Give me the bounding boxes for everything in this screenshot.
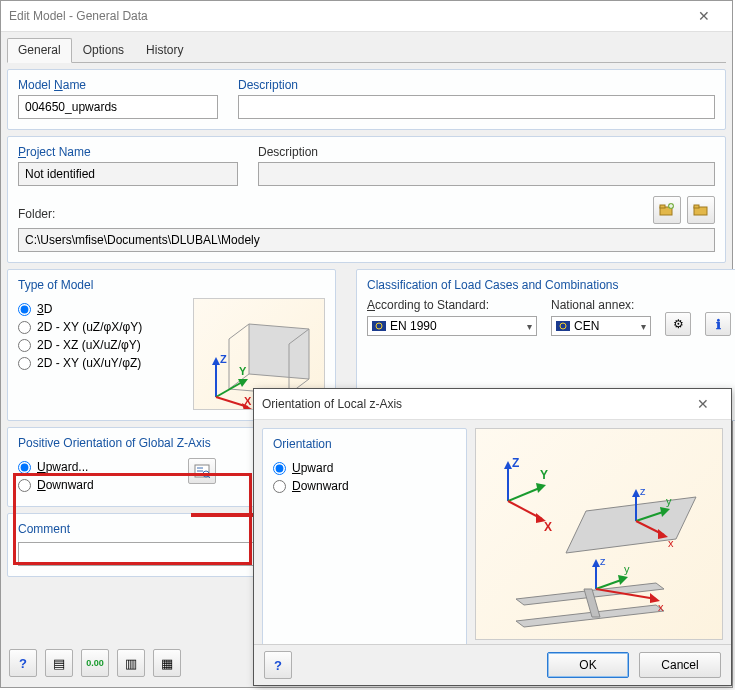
new-folder-button[interactable] [653,196,681,224]
popup-group-orientation: Orientation Upward Downward [262,428,467,658]
info-icon: ℹ [716,317,721,332]
units-button[interactable]: 0.00 [81,649,109,677]
radio-downward-input[interactable] [18,479,31,492]
chevron-down-icon: ▾ [641,321,646,332]
radio-2d-xy-ux-input[interactable] [18,357,31,370]
titlebar: Edit Model - General Data ✕ [1,1,732,32]
popup-title: Orientation of Local z-Axis [262,389,402,419]
browse-folder-button[interactable] [687,196,715,224]
description2-input[interactable] [258,162,715,186]
svg-text:Y: Y [540,468,548,482]
annex-combo[interactable]: CEN ▾ [551,316,651,336]
radio-2d-xz-input[interactable] [18,339,31,352]
standard-combo[interactable]: EN 1990 ▾ [367,316,537,336]
settings-button[interactable]: ⚙ [665,312,691,336]
svg-text:x: x [668,537,674,549]
tab-options[interactable]: Options [72,38,135,62]
popup-thumbnail: Z Y X z y x z y [475,428,723,640]
group-model-name: Model Name Description [7,69,726,130]
orientation-title: Positive Orientation of Global Z-Axis [18,436,211,450]
classification-title: Classification of Load Cases and Combina… [367,278,618,292]
popup-footer: ? OK Cancel [254,644,731,685]
layers-icon: ▥ [125,656,137,671]
chevron-down-icon: ▾ [527,321,532,332]
tab-history[interactable]: History [135,38,194,62]
radio-upward-input[interactable] [18,461,31,474]
svg-text:Z: Z [220,353,227,365]
folder-plus-icon [659,202,675,218]
tool-button-3[interactable]: ▦ [153,649,181,677]
tool-button-1[interactable]: ▤ [45,649,73,677]
description1-label: Description [238,78,715,92]
tabs-bar: General Options History [7,38,726,63]
radio-2d-xy-ux[interactable]: 2D - XY (uX/uY/φZ) [18,356,173,370]
popup-ok-button[interactable]: OK [547,652,629,678]
popup-cancel-button[interactable]: Cancel [639,652,721,678]
folder-label: Folder: [18,207,633,221]
svg-text:y: y [624,563,630,575]
comment-title: Comment [18,522,70,536]
gear-icon: ⚙ [673,317,684,331]
svg-text:z: z [640,485,646,497]
svg-marker-54 [618,575,628,585]
svg-rect-1 [660,205,665,208]
radio-2d-xz[interactable]: 2D - XZ (uX/uZ/φY) [18,338,173,352]
radio-upward[interactable]: Upward... [18,460,168,474]
svg-marker-37 [566,497,696,553]
popup-radio-downward-input[interactable] [273,480,286,493]
type-of-model-title: Type of Model [18,278,93,292]
project-name-label: Project Name [18,145,238,159]
radio-3d-input[interactable] [18,303,31,316]
model-name-label: Model Name [18,78,218,92]
svg-line-25 [208,476,210,478]
svg-text:x: x [658,601,664,613]
radio-2d-xy-uz[interactable]: 2D - XY (uZ/φX/φY) [18,320,173,334]
orientation-popup: Orientation of Local z-Axis ✕ Orientatio… [253,388,732,686]
folder-icon [693,202,709,218]
help-button[interactable]: ? [9,649,37,677]
radio-downward[interactable]: Downward [18,478,168,492]
svg-marker-29 [504,461,512,469]
info-button[interactable]: ℹ [705,312,731,336]
popup-radio-downward[interactable]: Downward [273,479,456,493]
svg-text:Z: Z [512,456,519,470]
help-icon: ? [274,658,282,673]
orientation-details-button[interactable] [188,458,216,484]
popup-radio-upward-input[interactable] [273,462,286,475]
svg-line-31 [508,487,542,501]
description2-label: Description [258,145,715,159]
description1-input[interactable] [238,95,715,119]
eu-flag-icon [556,321,570,331]
group-project: Project Name Description Folder: [7,136,726,263]
model-name-input[interactable] [18,95,218,119]
popup-radio-upward[interactable]: Upward [273,461,456,475]
tool-button-2[interactable]: ▥ [117,649,145,677]
orientation-preview-icon: Z Y X z y x z y [476,429,722,639]
radio-3d[interactable]: 3D [18,302,173,316]
svg-rect-6 [694,205,699,208]
eu-flag-icon [372,321,386,331]
popup-close-icon[interactable]: ✕ [683,389,723,419]
svg-text:y: y [666,495,672,507]
window-title: Edit Model - General Data [9,1,148,31]
layers2-icon: ▦ [161,656,173,671]
close-icon[interactable]: ✕ [684,1,724,31]
details-icon [194,464,210,478]
svg-marker-8 [212,357,220,365]
folder-input[interactable] [18,228,715,252]
svg-text:Y: Y [239,365,247,377]
standard-label: According to Standard: [367,298,537,312]
sheet-icon: ▤ [53,656,65,671]
svg-text:z: z [600,555,606,567]
radio-2d-xy-uz-input[interactable] [18,321,31,334]
annex-label: National annex: [551,298,651,312]
tab-general[interactable]: General [7,38,72,63]
popup-titlebar: Orientation of Local z-Axis ✕ [254,389,731,420]
help-icon: ? [19,656,27,671]
project-name-input[interactable] [18,162,238,186]
popup-help-button[interactable]: ? [264,651,292,679]
bottom-toolbar: ? ▤ 0.00 ▥ ▦ [9,649,181,677]
svg-marker-51 [592,559,600,567]
svg-marker-39 [632,489,640,497]
units-icon: 0.00 [86,658,104,668]
